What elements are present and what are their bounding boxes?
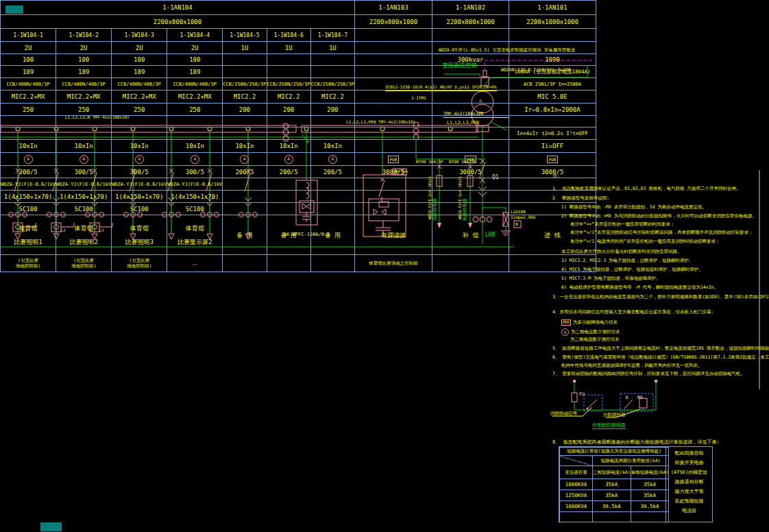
- cell-instrument: A: [310, 153, 354, 166]
- sc-subtitle: 短路电流周期分量有效值(kA): [593, 456, 669, 466]
- sc-col-header: 变压器容量: [560, 466, 593, 479]
- cell-breaker: CCB/400N/400/3P: [167, 78, 223, 90]
- note-line: 5) MIC7.3-M 为电子脱扣器，带接地故障保护。: [561, 276, 660, 281]
- cell-current: 189: [167, 66, 223, 78]
- cell-units: 2U: [1, 42, 56, 54]
- cell-cable: [310, 178, 354, 191]
- multifunction-meter-icon: PD8: [561, 319, 571, 326]
- cell-instrument: PD8: [509, 153, 596, 166]
- sc-title: 短路电流计算值(短路点为变压器低压侧母线处): [560, 448, 669, 456]
- note-line: V为三相电压数字测控仪表: [561, 328, 620, 336]
- cell-load: 体育馆比赛显示屏2: [167, 215, 223, 255]
- cell-instrument: A: [223, 153, 267, 166]
- cell-conduit: [267, 203, 310, 215]
- cell-capacity: [267, 54, 310, 66]
- cell-load: 体育馆比赛照明1: [1, 215, 56, 255]
- cell-capacity: 100: [1, 54, 56, 66]
- note-text: 2) 断路器型号中的 +MX 为与消防联动的分励脱扣附件，火灾时可自动切断非消防…: [561, 213, 757, 219]
- note-line: 2) 断路器型号中的 +MX 为与消防联动的分励脱扣附件，火灾时可自动切断非消防…: [561, 214, 757, 219]
- cell-circuit: 1-1W104-2: [56, 29, 112, 42]
- cell-cable-size: 1(4x150+1x70): [167, 191, 223, 203]
- sc-data-cell: 39.5kA: [631, 501, 669, 512]
- ammeter-icon: A: [240, 155, 249, 164]
- sc-data-cell: 35kA: [631, 490, 669, 501]
- note-text: 3、一台变压器所带低压柜内的电流互感器均为三个，图中只标明规格和数量(如3DE)…: [552, 294, 769, 300]
- cell-units: 2U: [167, 42, 223, 54]
- cell-current: [223, 66, 267, 78]
- cell-current: [267, 66, 310, 78]
- cell-conduit: [310, 203, 354, 215]
- cell-ct-ratio: 200/5: [223, 166, 267, 178]
- cell-setting2: 10xIn: [223, 140, 267, 153]
- meter-box-icon: PD8: [388, 156, 400, 163]
- cell-cable-size: [354, 191, 432, 203]
- cell-trip-unit: MIC2.2: [223, 90, 267, 104]
- cell-setting1: [56, 128, 112, 140]
- cell-setting2: [432, 140, 509, 153]
- cell-setting2: 10xIn: [310, 140, 354, 153]
- cell-ct-ratio: 3000/5: [432, 166, 509, 178]
- note-text: 为三相电流数字测控仪表: [570, 337, 620, 342]
- note-text: 为多功能网络电力仪表: [573, 319, 618, 325]
- cell-cable-size: [267, 191, 310, 203]
- cell-dimensions: 2200x800x1000: [1, 15, 355, 29]
- note-line: 条注中“××”表示受控柜的一般负荷切断的时间要求；: [570, 222, 674, 227]
- note-text: 5、 如遇断路器短路工作电流大于上级回路整定电流时，整定电流按规范105 级差配…: [552, 346, 769, 351]
- ammeter-icon: A: [135, 155, 144, 164]
- cell-units: [354, 42, 432, 54]
- cell-cable-size: [310, 191, 354, 203]
- cell-load: 有源滤波: [354, 215, 432, 255]
- note-line: 3、一台变压器所带低压柜内的电流互感器均为三个，图中只标明规格和数量(如3DE)…: [552, 295, 769, 300]
- cell-ct-ratio: 300/5: [167, 166, 223, 178]
- cell-circuit: 1-1W104-7: [310, 29, 354, 42]
- cell-conduit: SC100: [1, 203, 56, 215]
- note-line: 2、 断路器型号及附件说明:: [552, 196, 609, 201]
- cell-capacity: [354, 54, 432, 66]
- cell-capacity: [223, 54, 267, 66]
- cell-circuit: 1-1W104-6: [267, 29, 310, 42]
- voltmeter-icon: V: [561, 328, 569, 336]
- cell-panel: 1-1AN102: [432, 1, 509, 15]
- cell-cable-size: [223, 191, 267, 203]
- sc-side-note-line: 能力需大于安: [666, 487, 712, 496]
- cell-cable: WDZA-YJ(F)E-0.6/1kV: [112, 178, 167, 191]
- cell-trip-unit: [432, 90, 509, 104]
- cell-trip-unit: MIC 5.0E: [509, 90, 596, 104]
- cell-cable: WDZA-YJ(F)E-0.6/1kV: [56, 178, 112, 191]
- sc-side-note-line: 装处预期短路: [666, 496, 712, 506]
- cell-current: 189: [56, 66, 112, 78]
- cell-circuit: 1-1W104-1: [1, 29, 56, 42]
- mx-label: MX: [637, 396, 643, 400]
- cell-setting2: 10xIn: [56, 140, 112, 153]
- cell-setting2: 10xIn: [112, 140, 167, 153]
- cell-blank1: [1, 116, 56, 128]
- cell-units: 1U: [223, 42, 267, 54]
- cell-blank1: [310, 116, 354, 128]
- cell-capacity: 100: [112, 54, 167, 66]
- cell-conduit: SC100: [112, 203, 167, 215]
- cell-blank1: [509, 116, 596, 128]
- cell-cable-size: 1(4x150+1x70): [56, 191, 112, 203]
- sc-cell: [560, 512, 593, 522]
- cell-cable: [223, 178, 267, 191]
- cell-remark: ,,: [167, 255, 223, 272]
- cell-units: 2U: [56, 42, 112, 54]
- sc-col-header: 三相短路电流(kA): [593, 466, 631, 479]
- cell-setting2: 10xIn: [167, 140, 223, 153]
- cell-capacity: 1090: [509, 54, 596, 66]
- cell-trip-unit: MIC2.2: [267, 90, 310, 104]
- cell-current: [432, 66, 509, 78]
- sc-side-note-line: 电流值: [666, 506, 712, 516]
- cell-capacity: 100: [56, 54, 112, 66]
- cell-remark: [310, 255, 354, 272]
- cell-circuit: [354, 29, 432, 42]
- cell-cable: WDZA-YJ(F)E-0.6/1kV: [167, 178, 223, 191]
- note-text: 条注中“×/1”表示受消防联动信号控制时切断该回路，具体切断顺序详见消防联动控制…: [570, 230, 753, 235]
- cell-conduit: SC100: [56, 203, 112, 215]
- note-text: 为三相电压数字测控仪表: [571, 329, 620, 335]
- selection-marker: [40, 522, 62, 531]
- cell-breaker: CCB/250N/250/3P: [267, 78, 310, 90]
- fire-signal-label: 消防联动信号: [550, 411, 577, 416]
- cell-units: [432, 42, 509, 54]
- cell-rated: 250: [56, 104, 112, 116]
